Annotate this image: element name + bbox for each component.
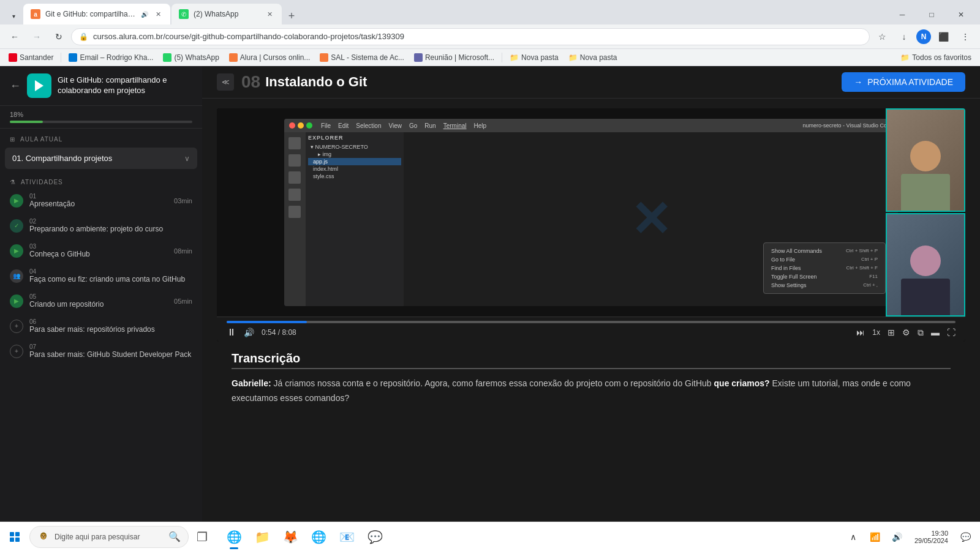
taskbar-app-chrome[interactable]: 🌐	[305, 523, 332, 550]
taskbar-show-hidden-icons[interactable]: ∧	[843, 527, 863, 547]
tab-favicon-git: a	[31, 9, 40, 19]
alura-favicon	[229, 53, 238, 62]
activity-icon-plus-6: +	[10, 320, 23, 333]
activity-item-4[interactable]: 👥 04 Faça como eu fiz: criando uma conta…	[0, 263, 202, 288]
tab-close-whatsapp[interactable]: ✕	[265, 9, 274, 19]
vscode-file-explorer: EXPLORER ▾ NUMERO-SECRETO ▸ img app.js i…	[306, 132, 404, 306]
term-item-5: Show SettingsCtrl + ,	[764, 281, 885, 290]
aula-atual-section: ⊞ AULA ATUAL	[0, 129, 202, 145]
volume-button[interactable]: 🔊	[244, 328, 254, 337]
activity-item-6[interactable]: + 06 Para saber mais: repositórios priva…	[0, 313, 202, 339]
bookmark-santander[interactable]: Santander	[5, 52, 57, 63]
downloads-button[interactable]: ↓	[894, 27, 914, 47]
extensions-button[interactable]: ⬛	[933, 27, 953, 47]
explorer-file-indexhtml[interactable]: index.html	[308, 165, 401, 173]
activity-icon-play-1: ▶	[10, 194, 23, 208]
taskbar-app-outlook[interactable]: 📧	[333, 523, 360, 550]
settings-button[interactable]: ⚙	[902, 328, 910, 337]
taskbar-volume-icon[interactable]: 🔊	[888, 527, 907, 547]
webcam-person2	[886, 213, 965, 317]
forward-button[interactable]: →	[27, 27, 47, 47]
start-button[interactable]	[0, 522, 29, 552]
taskbar-datetime[interactable]: 19:30 29/05/2024	[910, 530, 953, 544]
tab-whatsapp[interactable]: ✆ (2) WhatsApp ✕	[172, 4, 282, 24]
bookmark-email[interactable]: Email – Rodrigo Kha...	[65, 52, 157, 63]
play-pause-button[interactable]: ⏸	[227, 327, 236, 338]
menu-button[interactable]: ⋮	[956, 27, 975, 47]
new-tab-button[interactable]: +	[283, 7, 300, 24]
progress-label: 18%	[10, 111, 192, 118]
bookmark-alura[interactable]: Alura | Cursos onlin...	[225, 52, 314, 63]
reload-button[interactable]: ↻	[49, 27, 69, 47]
profile-button[interactable]: N	[916, 29, 931, 44]
address-bar[interactable]: 🔒 cursos.alura.com.br/course/git-github-…	[71, 28, 870, 45]
explorer-file-stylecss[interactable]: style.css	[308, 173, 401, 180]
fullscreen-button[interactable]: ⛶	[947, 328, 956, 337]
activity-item-3[interactable]: ▶ 03 Conheça o GitHub 08min	[0, 238, 202, 263]
reuniao-favicon	[414, 53, 423, 62]
taskbar-time: 19:30	[914, 530, 948, 537]
explorer-img-folder: ▸ img	[308, 151, 401, 158]
tab-title-git: Git e GitHub: compartilhan...	[45, 10, 136, 18]
search-icon: 🔍	[168, 531, 181, 542]
subtitles-button[interactable]: ⊞	[888, 328, 895, 337]
next-activity-button[interactable]: → PRÓXIMA ATIVIDADE	[842, 72, 965, 92]
taskbar-network-icon[interactable]: 📶	[865, 527, 885, 547]
bookmark-reuniao[interactable]: Reunião | Microsoft...	[410, 52, 498, 63]
bookmark-whatsapp[interactable]: (5) WhatsApp	[159, 52, 222, 63]
video-container: ⋮ File Edit	[202, 99, 980, 551]
tab-git[interactable]: a Git e GitHub: compartilhan... 🔊 ✕	[23, 4, 170, 24]
video-seek-bar[interactable]	[227, 321, 956, 323]
course-logo	[27, 73, 51, 98]
activity-info-7: 07 Para saber mais: GitHub Student Devel…	[29, 343, 192, 359]
skip-forward-button[interactable]: ⏭	[856, 328, 865, 337]
bookmark-nova-pasta-2[interactable]: 📁 Nova pasta	[565, 52, 621, 63]
activity-item-5[interactable]: ▶ 05 Criando um repositório 05min	[0, 288, 202, 313]
video-wrapper: ⋮ File Edit	[217, 108, 965, 342]
term-item-4: Toggle Full ScreenF11	[764, 272, 885, 281]
bookmark-sal[interactable]: SAL - Sistema de Ac...	[316, 52, 408, 63]
vscode-body: EXPLORER ▾ NUMERO-SECRETO ▸ img app.js i…	[284, 132, 898, 306]
transcript-speaker: Gabrielle:	[232, 378, 271, 388]
taskbar-app-firefox[interactable]: 🦊	[277, 523, 304, 550]
activity-info-2: 02 Preparando o ambiente: projeto do cur…	[29, 218, 192, 233]
activity-info-1: 01 Apresentação	[29, 193, 168, 208]
vscode-activity-bar	[284, 132, 306, 306]
terminal-context-menu: Show All CommandsCtrl + Shift + P Go to …	[763, 242, 886, 294]
bookmark-nova-pasta-1[interactable]: 📁 Nova pasta	[506, 52, 562, 63]
close-window-button[interactable]: ✕	[947, 5, 975, 24]
minimize-button[interactable]: ─	[888, 5, 916, 24]
back-button[interactable]: ←	[5, 27, 24, 47]
current-lesson-item[interactable]: 01. Compartilhando projetos ∨	[5, 148, 197, 169]
tab-close-git[interactable]: ✕	[153, 9, 163, 19]
sidebar-header: ← Git e GitHub: compartilhando e colabor…	[0, 66, 202, 106]
vscode-dot-green	[306, 122, 312, 129]
explorer-file-appjs[interactable]: app.js	[308, 158, 401, 165]
collapse-sidebar-button[interactable]: ≪	[217, 73, 234, 91]
vscode-menu: File Edit Selection View Go Run Terminal…	[321, 122, 486, 129]
bookmark-star-button[interactable]: ☆	[872, 27, 892, 47]
activity-item-2[interactable]: ✓ 02 Preparando o ambiente: projeto do c…	[0, 213, 202, 238]
maximize-button[interactable]: □	[918, 5, 946, 24]
taskbar-app-explorer[interactable]: 📁	[249, 523, 276, 550]
pip-button[interactable]: ⧉	[918, 328, 924, 338]
activity-item-7[interactable]: + 07 Para saber mais: GitHub Student Dev…	[0, 339, 202, 364]
taskbar-search-bar[interactable]: Digite aqui para pesquisar 🔍	[29, 526, 189, 548]
aula-atual-icon: ⊞	[10, 136, 15, 143]
bookmark-todos-favoritos[interactable]: 📁 Todos os favoritos	[897, 52, 975, 63]
vscode-window-dots	[289, 122, 312, 129]
tab-list-button[interactable]: ▾	[5, 7, 22, 24]
course-title: Git e GitHub: compartilhando e colaboran…	[58, 75, 192, 96]
sidebar-back-button[interactable]: ←	[10, 80, 21, 92]
taskbar-app-whatsapp[interactable]: 💬	[361, 523, 388, 550]
activity-item-1[interactable]: ▶ 01 Apresentação 03min	[0, 188, 202, 213]
taskbar-app-edge[interactable]: 🌐	[221, 523, 247, 550]
svg-point-3	[42, 534, 43, 536]
theatre-mode-button[interactable]: ▬	[931, 328, 940, 337]
notification-center-button[interactable]: 💬	[956, 527, 975, 547]
task-view-button[interactable]: ❐	[189, 523, 216, 550]
security-icon: 🔒	[79, 32, 88, 41]
folder-icon-1: 📁	[510, 53, 519, 62]
playback-speed-button[interactable]: 1x	[872, 328, 880, 337]
vscode-dot-yellow	[298, 122, 304, 129]
